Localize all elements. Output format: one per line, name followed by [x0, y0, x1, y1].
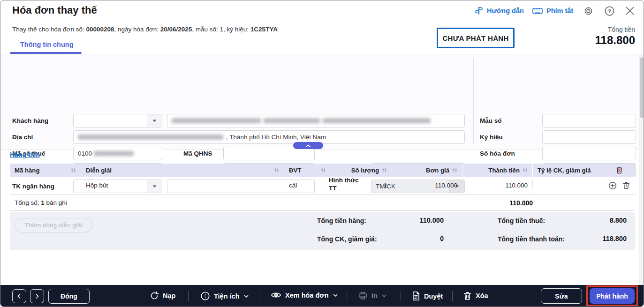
- guide-label: Hướng dẫn: [487, 7, 524, 15]
- template-no-input[interactable]: [542, 114, 636, 127]
- template-no-label: Mẫu số: [480, 117, 502, 124]
- sort-icon[interactable]: [382, 168, 387, 172]
- replaced-form-no: 1: [220, 26, 224, 33]
- col-thanh-tien[interactable]: Thành tiền: [462, 164, 533, 177]
- customer-label: Khách hàng: [12, 117, 48, 124]
- customer-name-input[interactable]: [167, 114, 465, 127]
- invoice-no-input[interactable]: [542, 147, 636, 160]
- redacted-text: [172, 118, 261, 123]
- redacted-text: [94, 151, 134, 156]
- col-so-luong[interactable]: Số lượng: [331, 164, 392, 177]
- serial-input[interactable]: [542, 130, 636, 144]
- tab-general-info[interactable]: Thông tin chung: [20, 41, 74, 48]
- prev-invoice-button[interactable]: [12, 289, 26, 303]
- cell-dien-giai[interactable]: Hộp bút: [81, 177, 284, 194]
- close-button[interactable]: Đóng: [48, 289, 90, 304]
- chevron-left-icon: [16, 293, 22, 299]
- customer-select[interactable]: [73, 114, 162, 127]
- general-info-form: Khách hàng Địa chỉ , Thành phố Hồ Chí Mi…: [0, 54, 644, 150]
- collapse-form-button[interactable]: [293, 142, 323, 149]
- qhns-code-label: Mã QHNS: [183, 150, 212, 157]
- invoice-no-label: Số hóa đơn: [480, 150, 515, 157]
- cell-ty-le-ck[interactable]: [533, 177, 603, 194]
- close-icon[interactable]: [625, 6, 635, 15]
- cell-ma-hang[interactable]: [10, 177, 81, 194]
- utilities-menu[interactable]: Tiện ích: [200, 291, 249, 301]
- serial-label: Ký hiệu: [480, 134, 503, 141]
- col-dien-giai[interactable]: Diễn giải: [81, 164, 284, 177]
- col-dvt[interactable]: ĐVT: [284, 164, 331, 177]
- delete-button[interactable]: Xóa: [463, 291, 488, 300]
- address-label: Địa chỉ: [12, 134, 33, 141]
- utilities-icon: [200, 291, 210, 301]
- divider: [401, 291, 401, 301]
- sort-icon[interactable]: [274, 168, 279, 172]
- settings-gear-icon[interactable]: [583, 6, 594, 16]
- divider: [260, 291, 260, 301]
- table-row: Hộp bút cái 1 110.000 110.000: [10, 177, 635, 195]
- divider: [188, 291, 189, 301]
- shortcut-link[interactable]: Phím tắt: [532, 6, 573, 15]
- redacted-text: [78, 135, 223, 140]
- col-don-gia[interactable]: Đơn giá: [392, 164, 462, 177]
- print-menu-disabled[interactable]: In: [358, 291, 387, 300]
- replaced-invoice-date: 20/06/2025: [160, 26, 192, 33]
- guide-link[interactable]: Hướng dẫn: [474, 6, 524, 15]
- next-invoice-button[interactable]: [30, 289, 44, 303]
- address-input[interactable]: , Thành phố Hồ Chí Minh, Việt Nam: [73, 130, 465, 144]
- delete-row-icon[interactable]: [622, 181, 630, 189]
- chevron-down-icon: [381, 293, 387, 299]
- trash-icon: [463, 291, 472, 300]
- sort-icon[interactable]: [523, 168, 528, 172]
- document-icon: [412, 291, 420, 301]
- items-section-link[interactable]: Hàng tiền: [10, 151, 40, 158]
- refresh-icon: [150, 291, 159, 300]
- record-count: Tổng số: 1 bản ghi: [15, 199, 67, 206]
- form-vertical-divider: [473, 58, 474, 143]
- sum-tax-value: 8.800: [568, 217, 627, 224]
- cell-thanh-tien[interactable]: 110.000: [462, 177, 533, 194]
- chevron-up-icon: [305, 144, 311, 148]
- chevron-down-icon: [333, 292, 338, 298]
- col-ty-le-ck[interactable]: Tỷ lệ CK, giảm giá: [533, 164, 603, 177]
- delete-all-icon[interactable]: [615, 166, 623, 174]
- cell-so-luong[interactable]: 1: [331, 177, 392, 194]
- chevron-right-icon: [34, 293, 40, 299]
- col-ma-hang[interactable]: Mã hàng: [10, 164, 81, 177]
- cell-don-gia[interactable]: 110.000: [392, 177, 462, 194]
- page-title: Hóa đơn thay thế: [12, 4, 97, 16]
- redacted-text: [264, 118, 320, 123]
- replaced-serial: 1C25TYA: [250, 26, 278, 33]
- help-icon[interactable]: ?: [604, 6, 615, 16]
- reload-button[interactable]: Nạp: [150, 291, 175, 300]
- tax-code-visible-part: 0100: [78, 150, 92, 157]
- publish-button[interactable]: Phát hành: [590, 288, 635, 304]
- sort-icon[interactable]: [321, 168, 326, 172]
- sum-goods-value: 110.000: [385, 217, 444, 224]
- shortcut-label: Phím tắt: [546, 7, 573, 15]
- approve-button[interactable]: Duyệt: [412, 291, 443, 301]
- sum-payment-label: Tổng tiền thanh toán:: [498, 235, 565, 243]
- col-delete-all[interactable]: [603, 164, 635, 177]
- table-footer: Tổng số: 1 bản ghi 110.000: [10, 195, 635, 211]
- vertical-scrollbar[interactable]: [639, 54, 644, 285]
- divider: [452, 291, 453, 301]
- status-badge: CHƯA PHÁT HÀNH: [437, 28, 515, 48]
- sort-icon[interactable]: [452, 168, 457, 172]
- cell-dvt[interactable]: cái: [284, 177, 331, 194]
- tax-code-input[interactable]: 0100: [73, 147, 162, 160]
- edit-button[interactable]: Sửa: [541, 288, 582, 304]
- add-note-line-button[interactable]: Thêm dòng diễn giải: [15, 218, 92, 232]
- sort-icon[interactable]: [71, 168, 76, 172]
- chevron-down-icon: [243, 293, 249, 299]
- items-table-header: Mã hàng Diễn giải ĐVT Số lượng: [10, 164, 635, 177]
- guide-icon: [474, 6, 484, 15]
- view-invoice-menu[interactable]: Xem hóa đơn: [271, 291, 338, 299]
- sum-discount-label: Tổng CK, giảm giá:: [317, 235, 377, 243]
- add-row-icon[interactable]: [608, 181, 617, 190]
- replaced-invoice-no: 00000208: [86, 26, 114, 33]
- total-amount-label: Tổng tiền: [541, 26, 635, 33]
- sum-payment-value: 118.800: [568, 235, 627, 242]
- scrollbar-thumb[interactable]: [640, 57, 644, 118]
- chevron-down-icon: [147, 114, 162, 127]
